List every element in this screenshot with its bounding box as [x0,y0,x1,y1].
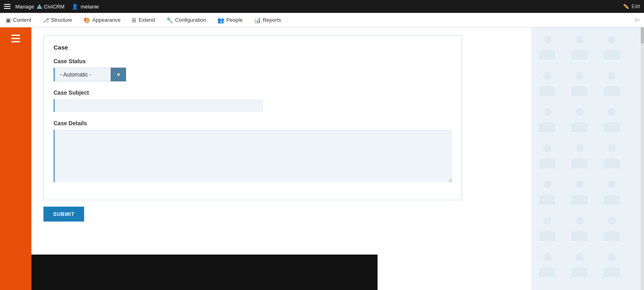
case-subject-field: Case Subject [54,89,452,112]
admin-hamburger[interactable] [4,4,10,9]
submit-button[interactable]: SUBMIT [43,207,84,222]
case-details-field: Case Details [54,120,452,184]
hamburger-icon [11,35,20,42]
svg-point-12 [543,180,551,188]
nav-item-reports[interactable]: 📊 Reports [248,13,287,27]
nav-label-content: Content [13,17,31,23]
scroll-thumb[interactable] [641,27,644,44]
pencil-icon: ✏️ [623,4,629,9]
config-icon: 🔧 [166,17,173,23]
svg-point-18 [543,253,551,261]
svg-point-6 [543,108,551,116]
form-section-title: Case [54,44,452,51]
svg-point-13 [576,180,584,188]
case-status-label: Case Status [54,58,452,64]
nav-item-appearance[interactable]: 🎨 Appearance [78,13,126,27]
case-status-field: Case Status - Automatic - ▾ [54,58,452,81]
case-details-textarea[interactable] [54,130,452,182]
content-area: Case Case Status - Automatic - ▾ Case Su… [31,27,531,290]
page-footer [31,255,378,290]
nav-item-people[interactable]: 👥 People [212,13,248,27]
svg-point-15 [543,217,551,225]
svg-point-7 [576,108,584,116]
chevron-down-icon: ▾ [117,71,120,78]
nav-item-extend[interactable]: ⊞ Extend [126,13,160,27]
user-icon-bar: 👤 [72,4,78,10]
svg-point-0 [543,35,551,44]
nav-item-content[interactable]: ▣ Content [0,13,37,27]
scrollbar[interactable] [641,27,644,290]
nav-item-configuration[interactable]: 🔧 Configuration [161,13,212,27]
main-wrapper: Case Case Status - Automatic - ▾ Case Su… [0,27,644,290]
people-icon: 👥 [217,17,224,23]
extend-icon: ⊞ [132,17,136,23]
svg-point-8 [608,108,616,116]
svg-point-17 [608,217,616,225]
reports-icon: 📊 [254,17,261,23]
status-dropdown-button[interactable]: ▾ [111,68,126,81]
nav-item-structure[interactable]: ⎇ Structure [37,13,78,27]
svg-point-16 [576,217,584,225]
svg-point-14 [608,180,616,188]
svg-point-11 [608,144,616,152]
status-dropdown-text: - Automatic - [55,68,111,81]
civicrm-triangle-icon [37,4,42,9]
svg-point-1 [576,35,584,44]
watermark-pattern [531,27,644,290]
sidebar-toggle[interactable] [0,27,31,290]
nav-label-structure: Structure [51,17,72,23]
svg-point-20 [608,253,616,261]
svg-point-5 [608,72,616,80]
case-details-label: Case Details [54,120,452,126]
svg-point-19 [576,253,584,261]
right-watermark-area [531,27,644,290]
svg-point-9 [543,144,551,152]
case-form-container: Case Case Status - Automatic - ▾ Case Su… [43,35,462,200]
case-subject-label: Case Subject [54,89,452,96]
civicrm-label[interactable]: CiviCRM [44,4,64,10]
nav-bar-collapse[interactable]: ⊢ [632,13,644,27]
nav-label-people: People [226,17,242,23]
civicrm-logo: CiviCRM [37,4,64,10]
svg-point-10 [576,144,584,152]
edit-button[interactable]: Edit [632,4,640,9]
svg-point-3 [543,72,551,80]
svg-point-2 [608,35,616,44]
structure-icon: ⎇ [43,17,49,23]
nav-label-configuration: Configuration [175,17,206,23]
manage-label[interactable]: Manage [15,4,34,10]
nav-bar: ▣ Content ⎇ Structure 🎨 Appearance ⊞ Ext… [0,13,644,27]
case-subject-input[interactable] [54,99,263,112]
username-label[interactable]: melanie [80,4,99,10]
appearance-icon: 🎨 [83,17,90,23]
nav-label-extend: Extend [138,17,155,23]
nav-label-appearance: Appearance [92,17,120,23]
status-dropdown-wrapper: - Automatic - ▾ [54,68,126,81]
svg-point-4 [576,72,584,80]
admin-bar: Manage CiviCRM 👤 melanie ✏️ Edit [0,0,644,13]
nav-label-reports: Reports [263,17,281,23]
content-icon: ▣ [6,17,11,23]
